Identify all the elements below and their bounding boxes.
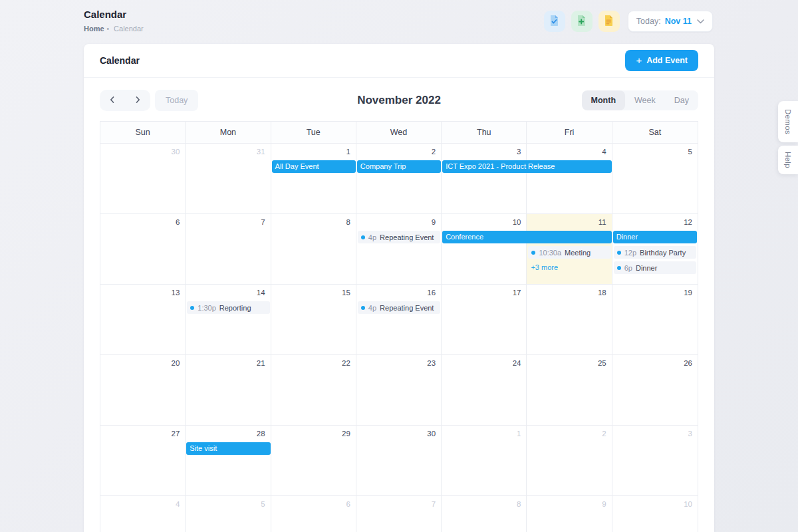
day-number: 29 xyxy=(342,430,350,438)
day-cell[interactable]: 4 xyxy=(527,144,612,214)
file-plus-button[interactable] xyxy=(571,11,593,32)
demos-side-tab[interactable]: Demos xyxy=(778,101,798,142)
day-cell[interactable]: 21 xyxy=(186,355,271,426)
day-cell[interactable]: 10 xyxy=(442,214,527,285)
day-cell[interactable]: 19 xyxy=(612,285,698,355)
event-bar[interactable]: Company Trip xyxy=(357,160,441,173)
day-number: 4 xyxy=(602,148,606,156)
breadcrumb-home[interactable]: Home xyxy=(84,25,104,33)
event-chip[interactable]: 4pRepeating Event xyxy=(358,301,440,314)
day-number: 6 xyxy=(176,218,180,226)
day-number: 30 xyxy=(427,430,436,438)
day-cell[interactable]: 1 xyxy=(271,144,356,214)
view-week-button[interactable]: Week xyxy=(625,90,665,110)
chevron-right-icon xyxy=(133,95,142,106)
day-cell[interactable]: 7 xyxy=(356,496,442,532)
day-number: 21 xyxy=(257,359,265,367)
day-cell[interactable]: 17 xyxy=(442,285,527,355)
day-number: 16 xyxy=(427,289,436,297)
event-chip[interactable]: 10:30aMeeting xyxy=(528,246,610,259)
day-cell[interactable]: 8 xyxy=(442,496,527,532)
add-event-button[interactable]: + Add Event xyxy=(625,50,698,71)
event-chip[interactable]: 1:30pReporting xyxy=(187,301,269,314)
day-cell[interactable]: 13 xyxy=(100,285,186,355)
event-dot-icon xyxy=(617,251,621,255)
day-cell[interactable]: 22 xyxy=(271,355,356,426)
day-cell[interactable]: 9 xyxy=(356,214,442,285)
card-title: Calendar xyxy=(100,55,140,66)
view-month-button[interactable]: Month xyxy=(582,90,625,110)
month-nav xyxy=(100,90,150,111)
file-check-button[interactable] xyxy=(544,11,565,32)
day-cell[interactable]: 15 xyxy=(271,285,356,355)
day-cell[interactable]: 1 xyxy=(442,426,527,496)
event-bar[interactable]: Site visit xyxy=(186,442,270,455)
day-cell[interactable]: 31 xyxy=(186,144,271,214)
day-cell[interactable]: 4 xyxy=(100,496,186,532)
view-day-button[interactable]: Day xyxy=(665,90,698,110)
page-title: Calendar xyxy=(84,9,144,20)
event-time: 6p xyxy=(624,264,632,272)
event-chip[interactable]: 6pDinner xyxy=(614,261,696,274)
day-number: 8 xyxy=(517,500,521,508)
event-time: 4p xyxy=(368,304,376,312)
file-lines-button[interactable] xyxy=(598,11,620,32)
event-bar[interactable]: Conference xyxy=(442,231,612,243)
event-time: 4p xyxy=(368,233,376,241)
event-chip[interactable]: 12pBirthday Party xyxy=(614,246,696,259)
today-button[interactable]: Today xyxy=(155,90,198,111)
event-bar[interactable]: All Day Event xyxy=(272,160,356,173)
event-bar[interactable]: Dinner xyxy=(613,231,697,243)
next-month-button[interactable] xyxy=(125,90,150,111)
day-cell[interactable]: 29 xyxy=(271,426,356,496)
day-cell[interactable]: 28 xyxy=(186,426,271,496)
day-number: 9 xyxy=(602,500,606,508)
day-cell[interactable]: 5 xyxy=(612,144,698,214)
week-row: 131415161718191:30pReporting4pRepeating … xyxy=(100,285,698,355)
file-lines-icon xyxy=(603,15,614,29)
weekday-header: Sat xyxy=(612,122,698,144)
day-cell[interactable]: 8 xyxy=(271,214,356,285)
event-chip[interactable]: 4pRepeating Event xyxy=(358,231,440,243)
event-bar[interactable]: ICT Expo 2021 - Product Release xyxy=(442,160,612,173)
day-cell[interactable]: 2 xyxy=(527,426,612,496)
day-cell[interactable]: 30 xyxy=(100,144,186,214)
day-cell[interactable]: 9 xyxy=(527,496,612,532)
file-check-icon xyxy=(549,15,560,29)
day-cell[interactable]: 20 xyxy=(100,355,186,426)
day-cell[interactable]: 25 xyxy=(527,355,612,426)
day-cell[interactable]: 10 xyxy=(612,496,698,532)
day-cell[interactable]: 30 xyxy=(356,426,442,496)
today-date-dropdown[interactable]: Today: Nov 11 xyxy=(628,11,713,32)
day-cell[interactable]: 3 xyxy=(612,426,698,496)
day-cell[interactable]: 26 xyxy=(612,355,698,426)
day-cell[interactable]: 18 xyxy=(527,285,612,355)
day-number: 6 xyxy=(346,500,350,508)
day-cell[interactable]: 14 xyxy=(186,285,271,355)
day-cell[interactable]: 6 xyxy=(271,496,356,532)
day-cell[interactable]: 6 xyxy=(100,214,186,285)
day-number: 8 xyxy=(346,218,350,226)
event-title: Reporting xyxy=(219,304,251,312)
day-cell[interactable]: 5 xyxy=(186,496,271,532)
calendar-card: Calendar + Add Event Today November 2022… xyxy=(84,44,714,532)
day-cell[interactable]: 24 xyxy=(442,355,527,426)
day-number: 19 xyxy=(684,289,692,297)
day-number: 2 xyxy=(432,148,436,156)
plus-icon: + xyxy=(636,55,642,65)
week-row: 303112345All Day EventCompany TripICT Ex… xyxy=(100,144,698,214)
event-title: Birthday Party xyxy=(640,249,686,257)
prev-month-button[interactable] xyxy=(100,90,125,111)
day-number: 10 xyxy=(684,500,692,508)
view-switcher: MonthWeekDay xyxy=(582,90,698,110)
day-cell[interactable]: 2 xyxy=(356,144,442,214)
day-cell[interactable]: 27 xyxy=(100,426,186,496)
day-number: 7 xyxy=(432,500,436,508)
day-cell[interactable]: 7 xyxy=(186,214,271,285)
day-number: 2 xyxy=(602,430,606,438)
help-side-tab[interactable]: Help xyxy=(778,146,798,174)
more-events-link[interactable]: +3 more xyxy=(527,261,612,277)
day-cell[interactable]: 23 xyxy=(356,355,442,426)
day-cell[interactable]: 3 xyxy=(442,144,527,214)
day-cell[interactable]: 16 xyxy=(356,285,442,355)
